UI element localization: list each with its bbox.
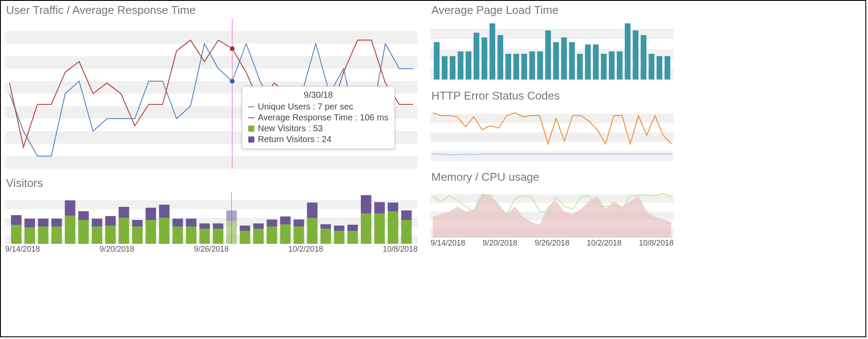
chart-memcpu[interactable] [431,186,674,238]
left-column: User Traffic / Average Response Time 9/3… [5,3,418,336]
panel-http: HTTP Error Status Codes [431,89,674,161]
svg-point-8 [230,46,235,51]
tooltip-date: 9/30/18 [248,90,388,100]
svg-rect-83 [490,23,495,80]
tooltip-swatch [248,117,254,118]
tooltip-label: Average Response Time : 106 ms [258,113,388,123]
svg-rect-103 [649,54,654,80]
svg-rect-42 [213,229,223,244]
svg-rect-65 [361,213,371,244]
panel-title-visitors: Visitors [6,176,418,190]
svg-rect-61 [334,231,344,244]
svg-rect-43 [213,223,223,229]
axis-tick: 9/14/2018 [431,239,465,248]
svg-rect-59 [320,229,331,244]
tooltip-swatch [248,136,254,143]
svg-rect-50 [253,223,263,229]
svg-rect-37 [172,219,183,226]
panel-memcpu: Memory / CPU usage 9/14/20189/20/20189/2… [431,170,674,248]
axis-tick: 10/8/2018 [639,239,674,248]
axis-tick: 10/8/2018 [383,245,418,254]
chart-pageload[interactable] [431,19,674,80]
svg-rect-0 [5,31,418,44]
svg-rect-48 [240,226,250,231]
svg-rect-92 [561,37,567,80]
svg-rect-19 [51,219,62,226]
svg-rect-56 [293,219,304,226]
svg-rect-78 [450,56,455,80]
svg-rect-24 [92,226,102,244]
tooltip-row: Return Visitors : 24 [248,134,388,144]
svg-rect-28 [118,218,129,244]
svg-rect-34 [159,218,169,244]
svg-rect-15 [24,219,35,227]
axis-tick: 9/20/2018 [483,239,517,248]
svg-rect-30 [132,226,142,244]
axis-tick: 9/14/2018 [5,245,40,254]
svg-rect-99 [617,51,622,80]
panel-traffic: User Traffic / Average Response Time 9/3… [5,3,418,169]
chart-http[interactable] [431,104,674,161]
svg-rect-55 [293,226,304,244]
svg-rect-94 [577,54,583,80]
svg-rect-96 [593,44,598,80]
svg-rect-108 [431,151,674,161]
svg-rect-91 [553,42,559,80]
chart-visitors[interactable] [5,192,418,244]
svg-rect-66 [361,195,371,213]
svg-rect-21 [65,200,75,216]
svg-rect-100 [625,23,631,80]
svg-rect-35 [159,205,169,218]
svg-rect-88 [529,51,535,80]
tooltip-row: Average Response Time : 106 ms [248,113,388,123]
svg-rect-16 [38,226,48,244]
axis-tick: 9/20/2018 [99,245,134,254]
svg-rect-49 [253,229,263,244]
svg-rect-69 [388,211,398,244]
svg-rect-41 [199,223,210,229]
tooltip-label: New Visitors : 53 [258,123,323,133]
svg-rect-85 [506,54,511,80]
svg-rect-70 [388,203,398,211]
svg-rect-52 [266,219,277,226]
svg-rect-29 [118,207,129,218]
svg-rect-18 [51,226,62,244]
svg-rect-89 [537,51,543,80]
svg-rect-53 [280,224,290,244]
svg-rect-72 [401,210,411,220]
svg-rect-87 [521,54,527,80]
axis-tick: 10/2/2018 [587,239,621,248]
svg-rect-27 [105,216,115,226]
svg-rect-84 [497,35,503,80]
svg-rect-67 [374,213,385,244]
svg-rect-23 [78,211,89,220]
svg-rect-40 [199,229,210,244]
svg-rect-54 [280,216,290,224]
axis-tick: 10/2/2018 [288,245,323,254]
svg-rect-90 [545,30,551,80]
svg-rect-33 [145,208,156,220]
svg-rect-14 [24,227,35,244]
tooltip-row: Unique Users : 7 per sec [248,102,388,112]
svg-rect-51 [266,226,277,244]
svg-rect-1 [5,56,418,69]
svg-rect-64 [347,225,358,231]
dashboard: User Traffic / Average Response Time 9/3… [0,0,866,337]
svg-rect-95 [585,44,591,80]
tooltip: 9/30/18 Unique Users : 7 per sec Average… [242,86,395,149]
panel-pageload: Average Page Load Time [431,3,674,80]
svg-rect-107 [431,133,674,142]
svg-rect-76 [434,42,440,80]
svg-rect-26 [105,226,115,244]
svg-rect-81 [473,33,479,80]
axis-tick: 9/26/2018 [535,239,569,248]
svg-rect-68 [374,202,385,213]
svg-rect-32 [145,220,156,244]
chart-traffic[interactable]: 9/30/18 Unique Users : 7 per sec Average… [5,19,418,169]
panel-title-http: HTTP Error Status Codes [431,89,674,103]
svg-rect-12 [11,225,21,244]
svg-rect-20 [65,216,75,244]
svg-rect-38 [186,226,196,244]
svg-rect-98 [609,51,615,80]
svg-rect-93 [569,42,575,80]
